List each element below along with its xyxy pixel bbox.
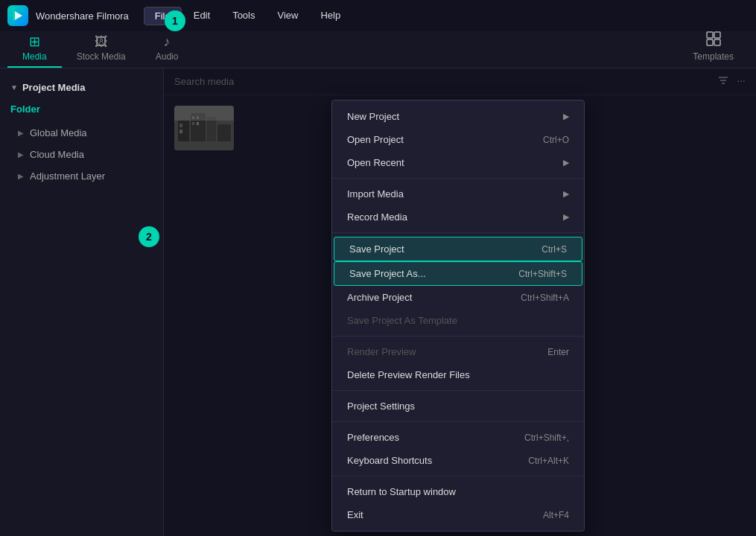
sidebar-section-header: ▼ Project Media <box>0 76 163 99</box>
menu-exit-label: Exit <box>347 509 363 520</box>
divider-3 <box>332 336 584 336</box>
menu-save-project-as-label: Save Project As... <box>349 268 426 279</box>
sidebar-section-title: Project Media <box>22 82 86 93</box>
menu-save-project-as-shortcut: Ctrl+Shift+S <box>518 269 567 279</box>
nav-tabs: ⊞ Media 🖼 Stock Media ♪ Audio Templates <box>0 31 756 68</box>
svg-rect-4 <box>707 39 713 45</box>
menu-render-preview-shortcut: Enter <box>547 347 569 357</box>
tab-media-label: Media <box>22 51 47 62</box>
main-layout: ▼ Project Media Folder ▶ Global Media ▶ … <box>0 68 756 536</box>
divider-4 <box>332 390 584 391</box>
sidebar-item-adjustment-label: Adjustment Layer <box>30 170 105 182</box>
sidebar-item-cloud-media-label: Cloud Media <box>30 149 84 160</box>
menu-delete-preview[interactable]: Delete Preview Render Files <box>332 363 584 386</box>
menu-exit-shortcut: Alt+F4 <box>543 510 569 520</box>
menu-render-preview: Render Preview Enter <box>332 340 584 363</box>
menu-return-startup-label: Return to Startup window <box>347 486 456 497</box>
stock-media-icon: 🖼 <box>95 34 108 50</box>
record-media-arrow: ▶ <box>563 212 569 222</box>
menu-keyboard-shortcuts[interactable]: Keyboard Shortcuts Ctrl+Alt+K <box>332 449 584 472</box>
menu-save-project-as[interactable]: Save Project As... Ctrl+Shift+S <box>334 261 582 286</box>
open-recent-arrow: ▶ <box>563 158 569 168</box>
menu-delete-preview-label: Delete Preview Render Files <box>347 369 470 380</box>
menu-return-startup[interactable]: Return to Startup window <box>332 480 584 503</box>
menu-import-media[interactable]: Import Media ▶ <box>332 182 584 205</box>
menu-save-project[interactable]: Save Project Ctrl+S <box>334 237 582 261</box>
sidebar-item-arrow-3: ▶ <box>18 172 24 180</box>
menu-render-preview-label: Render Preview <box>347 346 416 357</box>
menu-preferences[interactable]: Preferences Ctrl+Shift+, <box>332 426 584 449</box>
tab-audio[interactable]: ♪ Audio <box>141 30 194 68</box>
step-badge-1: 1 <box>165 10 185 31</box>
sidebar-folder[interactable]: Folder <box>0 99 163 122</box>
menu-new-project-label: New Project <box>347 111 399 122</box>
sidebar-item-global-media-label: Global Media <box>30 127 87 138</box>
menu-preferences-label: Preferences <box>347 432 399 443</box>
menu-open-project-label: Open Project <box>347 134 404 145</box>
app-name: Wondershare Filmora <box>36 10 129 22</box>
menu-open-recent-label: Open Recent <box>347 157 404 168</box>
tab-audio-label: Audio <box>156 51 179 62</box>
menu-archive-project[interactable]: Archive Project Ctrl+Shift+A <box>332 286 584 309</box>
menu-keyboard-shortcuts-shortcut: Ctrl+Alt+K <box>528 456 569 466</box>
sidebar-item-arrow: ▶ <box>18 129 24 137</box>
menu-save-as-template-label: Save Project As Template <box>347 315 457 326</box>
menu-open-project[interactable]: Open Project Ctrl+O <box>332 128 584 151</box>
tab-media[interactable]: ⊞ Media <box>7 29 62 68</box>
sidebar-item-arrow-2: ▶ <box>18 150 24 159</box>
menu-project-settings-label: Project Settings <box>347 401 415 412</box>
sidebar: ▼ Project Media Folder ▶ Global Media ▶ … <box>0 68 164 536</box>
menu-new-project[interactable]: New Project ▶ <box>332 105 584 128</box>
import-media-arrow: ▶ <box>563 189 569 199</box>
menu-save-project-shortcut: Ctrl+S <box>541 244 567 255</box>
menu-open-project-shortcut: Ctrl+O <box>543 135 569 145</box>
tab-stock-media[interactable]: 🖼 Stock Media <box>62 30 141 68</box>
help-menu[interactable]: Help <box>310 7 351 25</box>
divider-1 <box>332 178 584 179</box>
new-project-arrow: ▶ <box>563 112 569 121</box>
menu-save-project-label: Save Project <box>349 243 404 255</box>
step-badge-2: 2 <box>139 226 159 247</box>
content-area: ··· <box>164 68 756 536</box>
sidebar-arrow: ▼ <box>10 83 18 92</box>
menu-record-media[interactable]: Record Media ▶ <box>332 205 584 229</box>
tab-templates[interactable]: Templates <box>678 27 749 68</box>
svg-rect-1 <box>13 10 15 21</box>
tab-templates-label: Templates <box>693 51 734 62</box>
svg-rect-2 <box>707 32 713 38</box>
media-icon: ⊞ <box>29 34 40 50</box>
divider-2 <box>332 232 584 233</box>
sidebar-item-adjustment-layer[interactable]: ▶ Adjustment Layer <box>0 165 163 187</box>
audio-icon: ♪ <box>164 34 171 50</box>
svg-rect-3 <box>714 32 720 38</box>
file-dropdown-menu: New Project ▶ Open Project Ctrl+O Open R… <box>331 100 585 532</box>
edit-menu[interactable]: Edit <box>183 7 220 25</box>
menu-preferences-shortcut: Ctrl+Shift+, <box>524 433 569 443</box>
divider-5 <box>332 421 584 422</box>
sidebar-item-cloud-media[interactable]: ▶ Cloud Media <box>0 144 163 165</box>
menu-open-recent[interactable]: Open Recent ▶ <box>332 151 584 174</box>
view-menu[interactable]: View <box>267 7 308 25</box>
menu-save-as-template: Save Project As Template <box>332 309 584 332</box>
templates-icon <box>706 31 721 50</box>
tab-stock-media-label: Stock Media <box>77 51 126 62</box>
menu-keyboard-shortcuts-label: Keyboard Shortcuts <box>347 455 432 466</box>
menu-archive-project-label: Archive Project <box>347 292 412 303</box>
app-logo <box>7 5 28 26</box>
menu-exit[interactable]: Exit Alt+F4 <box>332 503 584 526</box>
menu-archive-project-shortcut: Ctrl+Shift+A <box>521 293 569 303</box>
menu-import-media-label: Import Media <box>347 188 404 200</box>
menu-project-settings[interactable]: Project Settings <box>332 395 584 418</box>
sidebar-item-global-media[interactable]: ▶ Global Media <box>0 122 163 144</box>
svg-rect-5 <box>714 39 720 45</box>
menu-record-media-label: Record Media <box>347 211 407 223</box>
title-bar: Wondershare Filmora File Edit Tools View… <box>0 0 756 31</box>
divider-6 <box>332 476 584 476</box>
tools-menu[interactable]: Tools <box>222 7 265 25</box>
